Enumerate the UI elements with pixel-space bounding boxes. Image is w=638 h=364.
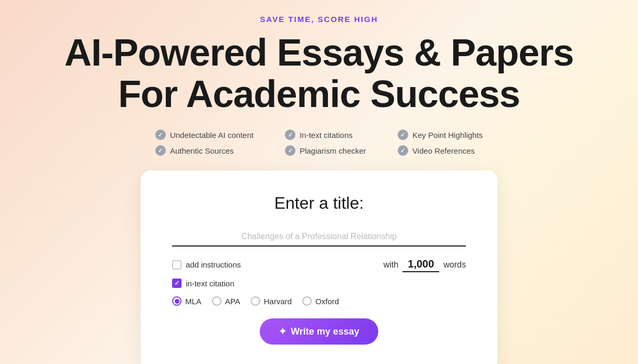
in-text-citation-checkbox[interactable]: in-text citation [172, 279, 235, 288]
check-icon [398, 145, 408, 156]
feature-label: Video References [412, 146, 475, 155]
words-row: with words [384, 257, 466, 272]
radio-mla-label: MLA [185, 297, 201, 306]
checkbox-checked-icon [172, 279, 182, 288]
words-label: words [443, 260, 466, 270]
radio-apa-label: APA [225, 297, 240, 306]
feature-keypoint: Key Point Highlights [398, 130, 483, 140]
in-text-citation-label: in-text citation [186, 279, 235, 288]
check-icon [155, 130, 166, 140]
check-icon [285, 130, 295, 140]
in-text-citation-row: in-text citation [172, 279, 466, 288]
radio-mla[interactable]: MLA [172, 296, 201, 306]
add-instructions-checkbox[interactable]: add instructions [172, 260, 241, 270]
radio-harvard-label: Harvard [264, 297, 292, 306]
radio-empty-icon [212, 296, 221, 306]
radio-empty-icon [302, 296, 312, 306]
features-grid: Undetectable AI content In-text citation… [155, 130, 483, 156]
headline-line1: AI-Powered Essays & Papers [65, 31, 573, 73]
star-icon: ✦ [279, 326, 286, 337]
feature-label: In-text citations [300, 131, 353, 140]
feature-undetectable: Undetectable AI content [155, 130, 253, 140]
feature-label: Undetectable AI content [170, 131, 253, 140]
radio-harvard[interactable]: Harvard [251, 296, 292, 306]
feature-label: Plagiarism checker [300, 146, 366, 155]
check-icon [155, 145, 166, 156]
feature-plagiarism: Plagiarism checker [285, 145, 366, 156]
radio-empty-icon [251, 296, 260, 306]
main-card: Enter a title: add instructions with wor… [141, 170, 497, 364]
add-instructions-label: add instructions [186, 260, 241, 269]
radio-oxford-label: Oxford [315, 297, 339, 306]
radio-apa[interactable]: APA [212, 296, 240, 306]
with-label: with [384, 260, 398, 270]
radio-filled-icon [172, 296, 182, 306]
submit-button-label: Write my essay [291, 326, 359, 337]
check-icon [398, 130, 408, 140]
write-essay-button[interactable]: ✦ Write my essay [260, 318, 378, 345]
feature-video: Video References [398, 145, 483, 156]
feature-label: Authentic Sources [170, 146, 234, 155]
checkbox-unchecked-icon [172, 260, 182, 270]
card-title: Enter a title: [172, 194, 466, 213]
citation-style-options: MLA APA Harvard Oxford [172, 296, 466, 306]
headline-line2: For Academic Success [118, 73, 520, 115]
headline: AI-Powered Essays & Papers For Academic … [65, 32, 573, 115]
words-input[interactable] [402, 257, 439, 272]
check-icon [285, 145, 295, 156]
radio-oxford[interactable]: Oxford [302, 296, 339, 306]
feature-label: Key Point Highlights [412, 131, 483, 140]
feature-authentic: Authentic Sources [155, 145, 253, 156]
title-input[interactable] [172, 228, 466, 247]
feature-intext: In-text citations [285, 130, 366, 140]
tagline: SAVE TIME, SCORE HIGH [260, 15, 378, 24]
options-row: add instructions with words [172, 257, 466, 272]
